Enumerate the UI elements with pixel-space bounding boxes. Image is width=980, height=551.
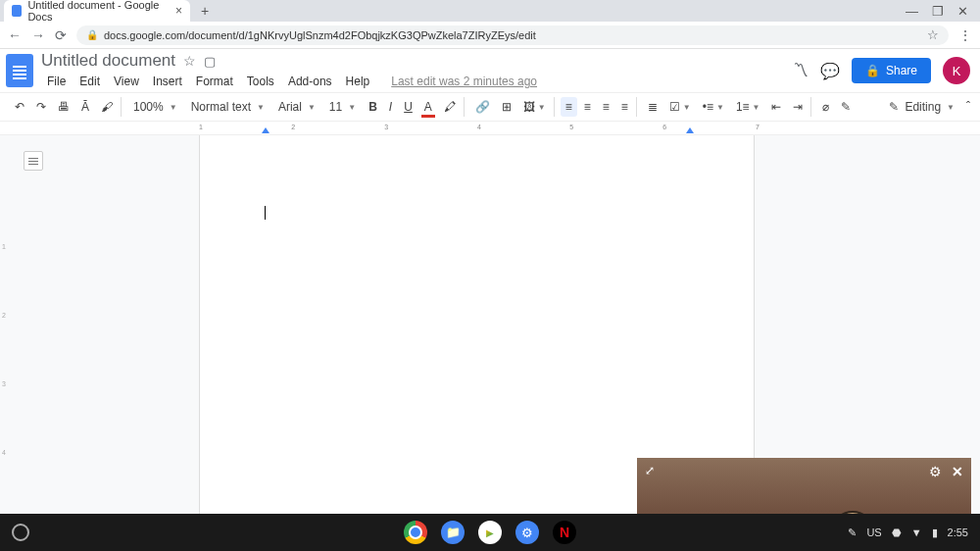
align-justify-icon[interactable]: ≡	[616, 97, 637, 117]
maximize-icon[interactable]: ❐	[932, 4, 944, 19]
print-icon[interactable]: 🖶	[53, 97, 74, 117]
close-window-icon[interactable]: ✕	[957, 4, 968, 19]
comments-icon[interactable]: 💬	[820, 62, 840, 80]
lock-icon: 🔒	[86, 29, 98, 40]
redo-icon[interactable]: ↷	[31, 97, 51, 117]
system-tray[interactable]: ✎ US ⬣ ▼ ▮ 2:55	[848, 526, 968, 539]
collapse-toolbar-icon[interactable]: ˆ	[966, 100, 970, 114]
italic-icon[interactable]: I	[384, 97, 397, 117]
minimize-icon[interactable]: —	[906, 4, 918, 19]
chrome-app-icon[interactable]	[404, 521, 427, 544]
line-spacing-icon[interactable]: ≣	[643, 97, 662, 117]
notifications-icon[interactable]: ⬣	[892, 526, 902, 539]
user-avatar[interactable]: K	[943, 57, 970, 84]
reload-icon[interactable]: ⟳	[55, 27, 67, 43]
last-edit-link[interactable]: Last edit was 2 minutes ago	[385, 73, 543, 90]
right-indent-marker[interactable]	[686, 127, 694, 133]
left-indent-marker[interactable]	[262, 127, 270, 133]
align-center-icon[interactable]: ≡	[579, 97, 596, 117]
font-size-dropdown[interactable]: 11▼	[323, 98, 362, 116]
menu-tools[interactable]: Tools	[241, 73, 280, 90]
netflix-app-icon[interactable]	[553, 521, 576, 544]
docs-header: Untitled document ☆ ▢ File Edit View Ins…	[0, 49, 980, 92]
forward-icon[interactable]: →	[31, 27, 45, 43]
new-tab-button[interactable]: +	[196, 2, 214, 20]
menu-edit[interactable]: Edit	[74, 73, 106, 90]
menu-file[interactable]: File	[41, 73, 72, 90]
align-right-icon[interactable]: ≡	[598, 97, 614, 117]
ime-indicator[interactable]: US	[866, 526, 881, 538]
document-title[interactable]: Untitled document	[41, 51, 175, 71]
browser-tab-strip: Untitled document - Google Docs × + — ❐ …	[0, 0, 980, 22]
menu-addons[interactable]: Add-ons	[282, 73, 338, 90]
toolbar: ↶ ↷ 🖶 Ā 🖌 100%▼ Normal text▼ Arial▼ 11▼ …	[0, 92, 980, 122]
pip-back-icon[interactable]: ⤢	[645, 464, 655, 479]
docs-favicon	[12, 5, 22, 17]
star-document-icon[interactable]: ☆	[183, 53, 196, 69]
pencil-icon: ✎	[889, 100, 899, 114]
wifi-icon[interactable]: ▼	[911, 526, 922, 538]
taskbar: ✎ US ⬣ ▼ ▮ 2:55	[0, 514, 980, 551]
clear-formatting-icon[interactable]: ⌀	[817, 97, 834, 117]
horizontal-ruler[interactable]: 1 2 3 4 5 6 7	[0, 122, 980, 135]
play-store-icon[interactable]	[478, 521, 502, 544]
move-folder-icon[interactable]: ▢	[204, 54, 216, 69]
numbered-list-icon[interactable]: 1≡▼	[731, 97, 765, 117]
text-color-icon[interactable]: A	[419, 97, 437, 117]
checklist-icon[interactable]: ☑▼	[664, 97, 696, 117]
underline-icon[interactable]: U	[399, 97, 417, 117]
browser-tab[interactable]: Untitled document - Google Docs ×	[4, 0, 190, 22]
zoom-dropdown[interactable]: 100%▼	[127, 98, 183, 116]
url-input[interactable]: 🔒 docs.google.com/document/d/1gNKrvyUglS…	[76, 25, 949, 45]
menu-bar: File Edit View Insert Format Tools Add-o…	[41, 73, 543, 90]
bookmark-star-icon[interactable]: ☆	[927, 27, 939, 42]
decrease-indent-icon[interactable]: ⇤	[766, 97, 786, 117]
pip-settings-icon[interactable]: ⚙	[929, 464, 942, 479]
spellcheck-icon[interactable]: Ā	[76, 97, 94, 117]
bulleted-list-icon[interactable]: •≡▼	[698, 97, 729, 117]
tab-title: Untitled document - Google Docs	[27, 0, 166, 23]
menu-insert[interactable]: Insert	[147, 73, 188, 90]
menu-view[interactable]: View	[108, 73, 145, 90]
paint-format-icon[interactable]: 🖌	[96, 97, 122, 117]
font-dropdown[interactable]: Arial▼	[272, 98, 321, 116]
address-bar: ← → ⟳ 🔒 docs.google.com/document/d/1gNKr…	[0, 22, 980, 49]
input-tools-icon[interactable]: ✎	[836, 97, 856, 117]
window-controls: — ❐ ✕	[906, 4, 980, 19]
document-outline-button[interactable]	[24, 151, 43, 171]
activity-trend-icon[interactable]: 〽	[793, 62, 808, 79]
align-left-icon[interactable]: ≡	[561, 97, 577, 117]
undo-icon[interactable]: ↶	[10, 97, 29, 117]
clock[interactable]: 2:55	[948, 526, 968, 538]
styles-dropdown[interactable]: Normal text▼	[185, 98, 270, 116]
pip-close-icon[interactable]: ✕	[952, 464, 963, 479]
share-button[interactable]: 🔒 Share	[852, 58, 931, 83]
stylus-icon[interactable]: ✎	[848, 526, 857, 539]
document-canvas: 1234 ⤢ ⚙ ✕ ⛶ ❚❚ WATCH SEX EDUCATION NETF…	[0, 135, 980, 551]
url-text: docs.google.com/document/d/1gNKrvyUglSnz…	[104, 29, 536, 41]
browser-menu-icon[interactable]: ⋮	[958, 27, 972, 43]
text-cursor	[265, 206, 266, 220]
add-comment-icon[interactable]: ⊞	[497, 97, 516, 117]
insert-image-icon[interactable]: 🖼▼	[518, 97, 555, 117]
settings-app-icon[interactable]	[515, 521, 539, 544]
lock-share-icon: 🔒	[865, 64, 880, 77]
close-tab-icon[interactable]: ×	[175, 4, 182, 18]
menu-format[interactable]: Format	[190, 73, 239, 90]
launcher-icon[interactable]	[12, 524, 29, 541]
battery-icon[interactable]: ▮	[932, 526, 938, 539]
files-app-icon[interactable]	[441, 521, 465, 544]
increase-indent-icon[interactable]: ⇥	[788, 97, 811, 117]
menu-help[interactable]: Help	[340, 73, 376, 90]
highlight-icon[interactable]: 🖍	[439, 97, 465, 117]
editing-mode-dropdown[interactable]: ✎ Editing ▼	[889, 100, 955, 114]
insert-link-icon[interactable]: 🔗	[470, 97, 495, 117]
bold-icon[interactable]: B	[364, 97, 382, 117]
back-icon[interactable]: ←	[8, 27, 22, 43]
docs-logo-icon[interactable]	[6, 54, 33, 87]
